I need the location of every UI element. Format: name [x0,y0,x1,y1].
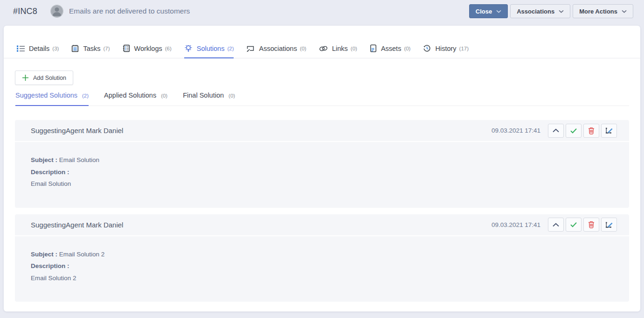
tab-history[interactable]: History (17) [423,44,469,58]
collapse-chevron-up-icon [552,223,560,227]
solution-description-label-line: Description : [31,260,613,272]
collapse-button[interactable] [548,218,564,232]
links-icon [319,45,328,52]
solution-card: SuggestingAgent Mark Daniel 09.03.2021 1… [15,120,629,208]
chevron-down-icon [496,10,501,13]
collapse-button[interactable] [548,124,564,138]
edit-solution-button[interactable] [601,124,617,138]
tasks-icon [71,44,79,52]
edit-pencil-icon [605,127,613,134]
solution-description-label-line: Description : [31,166,613,178]
history-icon [423,44,431,52]
solution-subject-line: Subject : Email Solution [31,154,613,166]
close-button[interactable]: Close [469,4,508,18]
associations-button[interactable]: Associations [510,4,570,18]
approve-solution-button[interactable] [566,218,582,232]
collapse-chevron-up-icon [552,128,560,133]
approve-check-icon [570,128,577,134]
delete-trash-icon [588,221,595,228]
solution-subject-line: Subject : Email Solution 2 [31,248,613,261]
solution-timestamp: 09.03.2021 17:41 [492,127,540,134]
solution-description-text: Email Solution 2 [31,272,613,284]
solutions-tab-content: Add Solution Suggested Solutions (2) App… [4,58,640,302]
solution-actions [548,218,617,232]
chevron-down-icon [622,10,627,13]
tab-assets[interactable]: Assets (0) [370,44,411,58]
solution-card: SuggestingAgent Mark Daniel 09.03.2021 1… [15,214,629,302]
tab-worklogs[interactable]: Worklogs (6) [123,44,172,58]
subtab-suggested-solutions[interactable]: Suggested Solutions (2) [15,92,89,106]
solution-description-text: Email Solution [31,178,613,190]
associations-icon [246,45,255,52]
add-solution-button[interactable]: Add Solution [15,71,73,85]
ticket-detail-panel: Details (3) Tasks (7) [4,26,640,311]
tab-links[interactable]: Links (0) [319,45,357,58]
ticket-title: Emails are not delivered to customers [69,7,190,15]
edit-solution-button[interactable] [601,218,617,232]
delete-trash-icon [588,127,595,134]
tab-details[interactable]: Details (3) [17,45,59,58]
tab-associations[interactable]: Associations (0) [246,45,306,58]
solutions-icon [184,44,193,52]
worklogs-icon [123,44,130,52]
approve-solution-button[interactable] [566,124,582,138]
assets-icon [370,44,377,52]
solution-actions [548,124,617,138]
tab-solutions[interactable]: Solutions (2) [184,44,234,58]
solution-author: SuggestingAgent Mark Daniel [31,221,123,229]
solution-card-body: Subject : Email Solution Description : E… [15,142,629,208]
chevron-down-icon [559,10,564,13]
delete-solution-button[interactable] [583,218,599,232]
requester-avatar [50,5,63,18]
tab-tasks[interactable]: Tasks (7) [71,44,110,58]
solution-card-header: SuggestingAgent Mark Daniel 09.03.2021 1… [15,120,629,142]
more-actions-button[interactable]: More Actions [573,4,633,18]
solutions-subtabs: Suggested Solutions (2) Applied Solution… [15,92,629,106]
delete-solution-button[interactable] [583,124,599,138]
ticket-header-bar: #INC8 Emails are not delivered to custom… [0,0,644,22]
solution-author: SuggestingAgent Mark Daniel [31,127,123,134]
solution-card-header: SuggestingAgent Mark Daniel 09.03.2021 1… [15,214,629,236]
ticket-id: #INC8 [13,7,37,16]
subtab-final-solution[interactable]: Final Solution (0) [183,92,235,106]
edit-pencil-icon [605,221,613,229]
subtab-applied-solutions[interactable]: Applied Solutions (0) [104,92,167,106]
solution-card-body: Subject : Email Solution 2 Description :… [15,236,629,302]
approve-check-icon [570,222,577,227]
solution-timestamp: 09.03.2021 17:41 [492,221,540,228]
ticket-tabbar: Details (3) Tasks (7) [4,26,640,58]
plus-icon [22,74,29,81]
details-icon [17,45,25,52]
